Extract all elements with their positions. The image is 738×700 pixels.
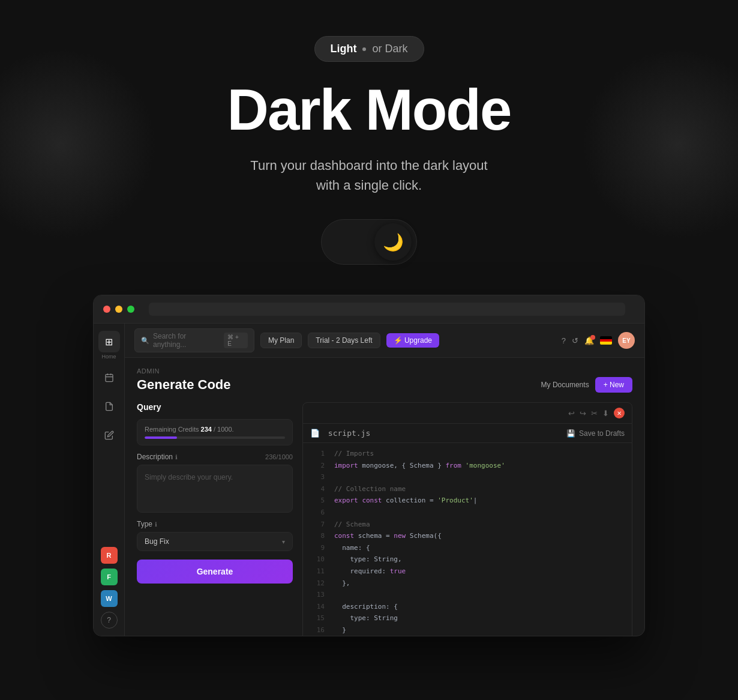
code-line-8: 8 const schema = new Schema({ <box>303 530 632 542</box>
download-icon[interactable]: ⬇ <box>602 409 609 418</box>
sidebar-item-home[interactable]: ⊞ Home <box>98 331 120 360</box>
sidebar: ⊞ Home R F W ? <box>94 324 125 636</box>
code-line-5: 5 export const collection = 'Product' | <box>303 495 632 507</box>
query-panel: Query Remaining Credits 234 / 1000. <box>137 402 293 636</box>
theme-toggle-pill[interactable]: Light or Dark <box>314 36 424 62</box>
save-to-drafts-button[interactable]: 💾 Save to Drafts <box>566 429 625 438</box>
hero-title: Dark Mode <box>227 81 511 139</box>
language-flag[interactable] <box>600 336 612 345</box>
code-line-9: 9 name: { <box>303 542 632 554</box>
code-line-3: 3 <box>303 471 632 483</box>
credits-value: 234 <box>201 426 212 433</box>
generate-button[interactable]: Generate <box>137 560 293 584</box>
code-line-11: 11 required: true <box>303 566 632 578</box>
my-documents-button[interactable]: My Documents <box>541 381 589 389</box>
credits-fill <box>145 436 177 439</box>
sidebar-project-w[interactable]: W <box>101 590 118 607</box>
query-title: Query <box>137 402 293 412</box>
copy-icon[interactable]: ✂ <box>591 409 598 418</box>
moon-icon: 🌙 <box>383 232 404 252</box>
code-line-7: 7 // Schema <box>303 519 632 531</box>
sidebar-item-edit[interactable] <box>98 424 120 446</box>
credits-text: Remaining Credits 234 / 1000. <box>145 426 285 433</box>
traffic-light-red[interactable] <box>103 306 110 313</box>
toggle-knob: 🌙 <box>374 223 412 261</box>
description-info-icon: ℹ <box>175 454 178 460</box>
desc-header: Description ℹ 236/1000 <box>137 453 293 461</box>
page-title: Generate Code <box>137 377 231 393</box>
topbar-icons: ? ↺ 🔔 EY <box>562 332 635 349</box>
hero-subtitle: Turn your dashboard into the dark layout… <box>250 155 487 195</box>
new-button[interactable]: + New <box>595 377 632 393</box>
code-area: 1 // Imports 2 import mongoose, { Schema… <box>303 443 632 636</box>
admin-label: ADMIN <box>137 367 632 375</box>
code-line-16: 16 } <box>303 624 632 636</box>
code-line-15: 15 type: String <box>303 612 632 624</box>
code-line-14: 14 description: { <box>303 601 632 613</box>
description-textarea[interactable]: Simply describe your query. <box>137 465 293 513</box>
traffic-light-yellow[interactable] <box>115 306 122 313</box>
svg-rect-0 <box>106 375 113 382</box>
type-info-icon: ℹ <box>155 521 157 528</box>
dark-label: or Dark <box>372 43 407 55</box>
code-editor: ↩ ↪ ✂ ⬇ ✕ 📄 script.js <box>302 402 632 636</box>
topbar: 🔍 Search for anything... ⌘ + E My Plan T… <box>125 324 644 358</box>
redo-icon[interactable]: ↪ <box>580 409 586 418</box>
code-line-2: 2 import mongoose, { Schema } from 'mong… <box>303 460 632 472</box>
my-plan-button[interactable]: My Plan <box>260 333 302 348</box>
sidebar-project-f[interactable]: F <box>101 569 118 585</box>
sidebar-bottom: R F W ? <box>101 547 118 636</box>
code-line-10: 10 type: String, <box>303 554 632 566</box>
code-line-4: 4 // Collection name <box>303 483 632 495</box>
upgrade-button[interactable]: ⚡ Upgrade <box>386 333 439 348</box>
description-section: Description ℹ 236/1000 Simply describe y… <box>137 453 293 513</box>
hero-section: Light or Dark Dark Mode Turn your dashbo… <box>0 0 738 636</box>
refresh-icon[interactable]: ↺ <box>572 336 578 345</box>
credits-bar <box>145 436 285 439</box>
search-icon: 🔍 <box>141 337 149 345</box>
editor-toolbar: ↩ ↪ ✂ ⬇ ✕ <box>303 403 632 424</box>
type-select-value: Bug Fix <box>145 537 169 546</box>
chevron-down-icon: ▾ <box>282 539 285 545</box>
description-counter: 236/1000 <box>265 453 293 460</box>
dashboard-preview: ⊞ Home R F W ? <box>93 295 645 636</box>
description-label: Description ℹ <box>137 453 178 461</box>
home-label: Home <box>101 354 116 360</box>
dashboard-inner: ⊞ Home R F W ? <box>94 324 644 636</box>
type-select[interactable]: Bug Fix ▾ <box>137 532 293 551</box>
description-placeholder: Simply describe your query. <box>145 473 233 481</box>
two-column-layout: Query Remaining Credits 234 / 1000. <box>137 402 632 636</box>
type-section: Type ℹ Bug Fix ▾ <box>137 520 293 551</box>
type-label: Type ℹ <box>137 520 293 528</box>
trial-badge: Trial - 2 Days Left <box>308 333 380 348</box>
close-icon[interactable]: ✕ <box>614 408 625 418</box>
notification-dot <box>590 335 595 340</box>
home-icon: ⊞ <box>98 331 120 352</box>
sidebar-project-r[interactable]: R <box>101 547 118 564</box>
search-box[interactable]: 🔍 Search for anything... ⌘ + E <box>134 328 254 352</box>
window-titlebar <box>94 295 644 324</box>
sidebar-item-calendar[interactable] <box>98 367 120 388</box>
editor-filename: 📄 script.js <box>310 429 370 438</box>
code-line-13: 13 <box>303 589 632 601</box>
search-placeholder-text: Search for anything... <box>153 332 220 349</box>
file-icon: 📄 <box>310 429 320 438</box>
code-line-1: 1 // Imports <box>303 448 632 460</box>
code-line-6: 6 <box>303 507 632 519</box>
main-content: 🔍 Search for anything... ⌘ + E My Plan T… <box>125 324 644 636</box>
dark-mode-toggle[interactable]: 🌙 <box>321 219 417 265</box>
sidebar-item-docs[interactable] <box>98 396 120 417</box>
user-avatar[interactable]: EY <box>618 332 635 349</box>
undo-icon[interactable]: ↩ <box>568 409 575 418</box>
page-header: Generate Code My Documents + New <box>137 377 632 393</box>
search-shortcut: ⌘ + E <box>224 333 248 348</box>
editor-filename-bar: 📄 script.js 💾 Save to Drafts <box>303 424 632 443</box>
theme-dot-separator <box>362 47 366 51</box>
traffic-light-green[interactable] <box>127 306 134 313</box>
save-icon: 💾 <box>566 429 575 438</box>
code-line-12: 12 }, <box>303 578 632 590</box>
help-circle-icon[interactable]: ? <box>562 336 566 345</box>
light-label: Light <box>331 43 357 55</box>
sidebar-help-icon[interactable]: ? <box>101 612 118 629</box>
notification-wrapper: 🔔 <box>584 336 594 345</box>
